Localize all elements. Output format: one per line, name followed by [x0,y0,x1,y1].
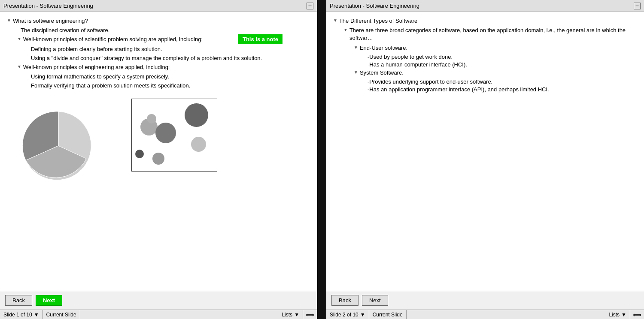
right-lists-label: Lists [609,312,620,318]
bullet-text-3: Well-known principles of engineering are… [23,63,310,71]
bubble-6 [152,153,164,165]
right-sub-3-1: -Used by people to get work done. [368,54,637,60]
right-sub-3-2: -Has a human-computer interface (HCI). [368,61,637,68]
left-back-button[interactable]: Back [5,295,32,306]
right-resize-handle[interactable]: ⟺ [630,310,644,319]
left-minimize-button[interactable]: ─ [307,3,313,9]
right-lists-dropdown-icon[interactable]: ▼ [621,312,626,318]
bubble-5 [147,114,156,123]
right-bullet-text-3: End-User software. [360,44,637,52]
sub-item-3-2: Formally verifying that a problem soluti… [31,82,310,90]
charts-area [7,99,310,186]
right-current-slide-segment: Current Slide [369,310,407,319]
triangle-icon-3: ▼ [17,64,21,69]
triangle-icon-2: ▼ [17,36,21,41]
right-bullet-item-3: ▼ End-User software. [354,44,637,52]
right-triangle-icon-3: ▼ [354,45,358,50]
left-lists-segment: Lists ▼ [278,310,303,319]
bullet-item-3: ▼ Well-known principles of engineering a… [17,63,310,71]
right-triangle-icon-2: ▼ [343,27,348,32]
right-panel-title: Presentation - Software Engineering [330,3,419,9]
left-panel-title: Presentation - Software Engineering [3,3,93,9]
left-content-area: This is a note ▼ What is software engine… [0,12,317,291]
left-current-slide-label: Current Slide [46,312,76,318]
right-lists-segment: Lists ▼ [605,310,630,319]
left-status-bar: Slide 1 of 10 ▼ Current Slide Lists ▼ ⟺ [0,310,317,319]
sub-item-2-2: Using a "divide and conquer" strategy to… [31,54,310,62]
sub-item-3-1: Using formal mathematics to specify a sy… [31,73,310,81]
right-current-slide-label: Current Slide [373,312,403,318]
sub-item-1-1: The disciplined creation of software. [21,27,310,34]
bullet-item-1: ▼ What is software engineering? [7,17,310,25]
pie-chart [20,107,97,186]
bubble-7 [135,150,144,158]
right-bullet-text-2: There are three broad categories of soft… [349,27,637,42]
right-sub-4-2: -Has an application programmer interface… [368,86,637,93]
left-lists-dropdown-icon[interactable]: ▼ [294,312,299,318]
bubble-chart-box [131,99,217,172]
right-sub-4-1: -Provides underlying support to end-user… [368,78,637,85]
left-slide-info: Slide 1 of 10 [3,312,32,318]
left-bottom-bar: Back Next [0,291,317,310]
right-bullet-text-4: System Software. [360,69,637,77]
left-panel: Presentation - Software Engineering ─ Th… [0,0,318,319]
center-divider [318,0,326,319]
left-title-bar: Presentation - Software Engineering ─ [0,0,317,12]
right-bullet-item-2: ▼ There are three broad categories of so… [343,27,637,42]
left-slide-dropdown-icon[interactable]: ▼ [34,312,39,318]
right-triangle-icon-4: ▼ [354,70,358,75]
left-slide-info-segment: Slide 1 of 10 ▼ [0,310,43,319]
right-bullet-item-1: ▼ The Different Types of Software [333,17,637,25]
right-bullet-text-1: The Different Types of Software [339,17,637,25]
left-resize-handle[interactable]: ⟺ [303,310,317,319]
triangle-icon-1: ▼ [7,18,11,23]
right-triangle-icon-1: ▼ [333,18,337,23]
right-back-button[interactable]: Back [331,295,358,306]
left-next-button[interactable]: Next [36,295,62,306]
right-panel: Presentation - Software Engineering ─ ▼ … [326,0,644,319]
right-slide-dropdown-icon[interactable]: ▼ [360,312,365,318]
pie-chart-svg [20,107,97,184]
note-badge: This is a note [238,34,283,44]
left-lists-label: Lists [282,312,292,318]
right-content-area: ▼ The Different Types of Software ▼ Ther… [326,12,644,291]
bubble-1 [185,103,208,127]
bubble-chart-container [131,99,217,172]
right-bullet-item-4: ▼ System Software. [354,69,637,77]
bullet-text-1: What is software engineering? [13,17,310,25]
bubble-3 [155,123,176,143]
right-slide-info: Slide 2 of 10 [330,312,358,318]
right-slide-info-segment: Slide 2 of 10 ▼ [326,310,369,319]
right-bottom-bar: Back Next [326,291,644,310]
sub-item-2-1: Defining a problem clearly before starti… [31,45,310,53]
right-title-bar: Presentation - Software Engineering ─ [326,0,644,12]
left-current-slide-segment: Current Slide [43,310,80,319]
right-next-button[interactable]: Next [362,295,388,306]
right-status-bar: Slide 2 of 10 ▼ Current Slide Lists ▼ ⟺ [326,310,644,319]
right-minimize-button[interactable]: ─ [634,3,641,9]
bubble-4 [191,137,206,152]
